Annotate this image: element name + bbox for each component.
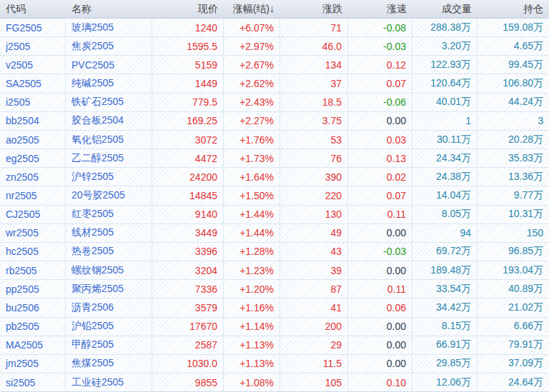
cell-code: i2505 bbox=[0, 94, 66, 111]
cell-price: 24200 bbox=[152, 168, 224, 186]
cell-price: 169.25 bbox=[152, 112, 224, 130]
cell-speed: 0.13 bbox=[348, 149, 412, 167]
cell-vol: 34.42万 bbox=[412, 298, 478, 316]
cell-price: 1449 bbox=[152, 74, 224, 92]
column-header-openinterest[interactable]: 持仓 bbox=[478, 0, 549, 18]
table-row[interactable]: ao2505氧化铝25053072+1.76%530.0330.11万20.28… bbox=[0, 131, 549, 149]
table-row[interactable]: j2505焦炭25051595.5+2.97%46.0-0.033.20万4.6… bbox=[0, 37, 549, 56]
cell-vol: 66.91万 bbox=[412, 336, 478, 354]
column-header-price[interactable]: 现价 bbox=[152, 0, 224, 18]
column-header-code[interactable]: 代码 bbox=[0, 0, 66, 18]
column-header-speed[interactable]: 涨速 bbox=[348, 0, 412, 18]
cell-vol: 94 bbox=[412, 224, 478, 242]
cell-vol: 30.11万 bbox=[412, 131, 478, 149]
cell-code: bu2506 bbox=[0, 298, 66, 316]
cell-speed: 0.00 bbox=[348, 224, 412, 242]
table-row[interactable]: i2505铁矿石2505779.5+2.43%18.5-0.0640.01万44… bbox=[0, 94, 549, 112]
cell-pct: +2.67% bbox=[224, 56, 280, 74]
cell-code: FG2505 bbox=[0, 19, 66, 36]
cell-code: jm2505 bbox=[0, 355, 66, 373]
table-row[interactable]: pb2505沪铅250517670+1.14%2000.008.15万6.66万 bbox=[0, 318, 549, 336]
cell-pct: +6.07% bbox=[224, 19, 280, 36]
table-row[interactable]: SA2505纯碱25051449+2.62%370.07120.64万106.8… bbox=[0, 74, 549, 93]
cell-chg: 49 bbox=[280, 224, 348, 242]
table-row[interactable]: MA2505甲醇25052587+1.13%290.0066.91万79.91万 bbox=[0, 336, 549, 355]
cell-speed: -0.03 bbox=[348, 243, 412, 261]
table-row[interactable]: CJ2505红枣25059140+1.44%1300.118.05万10.31万 bbox=[0, 206, 549, 224]
cell-chg: 76 bbox=[280, 149, 348, 167]
cell-oi: 99.45万 bbox=[478, 56, 549, 74]
cell-price: 3204 bbox=[152, 261, 224, 279]
cell-chg: 130 bbox=[280, 206, 348, 223]
cell-oi: 35.83万 bbox=[478, 149, 549, 167]
cell-speed: 0.07 bbox=[348, 74, 412, 92]
cell-chg: 220 bbox=[280, 186, 348, 204]
cell-name: 玻璃2505 bbox=[66, 19, 152, 36]
cell-speed: 0.10 bbox=[348, 373, 412, 391]
cell-price: 5159 bbox=[152, 56, 224, 74]
cell-speed: 0.07 bbox=[348, 186, 412, 204]
table-row[interactable]: rb2505螺纹钢25053204+1.23%390.00189.48万193.… bbox=[0, 261, 549, 280]
table-row[interactable]: eg2505乙二醇25054472+1.73%760.1324.34万35.83… bbox=[0, 149, 549, 168]
cell-code: nr2505 bbox=[0, 186, 66, 204]
table-row[interactable]: nr250520号胶250514845+1.50%2200.0714.04万9.… bbox=[0, 186, 549, 205]
cell-pct: +1.28% bbox=[224, 243, 280, 261]
cell-name: 红枣2505 bbox=[66, 206, 152, 223]
cell-code: ao2505 bbox=[0, 131, 66, 149]
cell-chg: 11.5 bbox=[280, 355, 348, 373]
table-row[interactable]: bu2506沥青25063579+1.16%410.0634.42万21.02万 bbox=[0, 298, 549, 317]
column-header-volume[interactable]: 成交量 bbox=[412, 0, 478, 18]
cell-oi: 106.80万 bbox=[478, 74, 549, 92]
cell-speed: 0.00 bbox=[348, 355, 412, 373]
cell-oi: 10.31万 bbox=[478, 206, 549, 223]
futures-quote-table: 代码 名称 现价 涨幅(结)↓ 涨跌 涨速 成交量 持仓 FG2505玻璃250… bbox=[0, 0, 549, 392]
cell-code: j2505 bbox=[0, 37, 66, 55]
table-row[interactable]: FG2505玻璃25051240+6.07%71-0.08288.38万159.… bbox=[0, 19, 549, 37]
cell-pct: +1.44% bbox=[224, 224, 280, 242]
table-row[interactable]: wr2505线材25053449+1.44%490.0094150 bbox=[0, 224, 549, 243]
cell-price: 1030.0 bbox=[152, 355, 224, 373]
cell-speed: -0.06 bbox=[348, 94, 412, 111]
table-row[interactable]: zn2505沪锌250524200+1.64%3900.0224.38万13.3… bbox=[0, 168, 549, 186]
cell-speed: 0.00 bbox=[348, 336, 412, 354]
cell-vol: 33.54万 bbox=[412, 280, 478, 298]
cell-price: 3396 bbox=[152, 243, 224, 261]
cell-vol: 24.38万 bbox=[412, 168, 478, 186]
column-header-name[interactable]: 名称 bbox=[66, 0, 152, 18]
cell-vol: 1 bbox=[412, 112, 478, 130]
cell-code: pp2505 bbox=[0, 280, 66, 298]
cell-pct: +1.13% bbox=[224, 336, 280, 354]
table-row[interactable]: jm2505焦煤25051030.0+1.13%11.50.0029.85万37… bbox=[0, 355, 549, 373]
cell-pct: +1.14% bbox=[224, 318, 280, 336]
cell-chg: 46.0 bbox=[280, 37, 348, 55]
cell-name: 铁矿石2505 bbox=[66, 94, 152, 111]
cell-price: 9140 bbox=[152, 206, 224, 223]
cell-pct: +2.27% bbox=[224, 112, 280, 130]
column-header-change[interactable]: 涨跌 bbox=[280, 0, 348, 18]
cell-oi: 21.02万 bbox=[478, 298, 549, 316]
cell-oi: 44.24万 bbox=[478, 94, 549, 111]
table-row[interactable]: bb2504胶合板2504169.25+2.27%3.750.0013 bbox=[0, 112, 549, 131]
cell-name: 焦煤2505 bbox=[66, 355, 152, 373]
cell-price: 3449 bbox=[152, 224, 224, 242]
cell-name: 乙二醇2505 bbox=[66, 149, 152, 167]
cell-oi: 79.91万 bbox=[478, 336, 549, 354]
cell-vol: 24.34万 bbox=[412, 149, 478, 167]
cell-chg: 87 bbox=[280, 280, 348, 298]
cell-code: CJ2505 bbox=[0, 206, 66, 223]
cell-oi: 159.08万 bbox=[478, 19, 549, 36]
table-row[interactable]: hc2505热卷25053396+1.28%43-0.0369.72万96.85… bbox=[0, 243, 549, 261]
column-header-pct-sorted[interactable]: 涨幅(结)↓ bbox=[224, 0, 280, 18]
table-row[interactable]: pp2505聚丙烯25057336+1.20%870.1133.54万40.89… bbox=[0, 280, 549, 298]
cell-pct: +1.64% bbox=[224, 168, 280, 186]
cell-oi: 9.77万 bbox=[478, 186, 549, 204]
table-row[interactable]: si2505工业硅25059855+1.08%1050.1012.06万24.6… bbox=[0, 373, 549, 392]
cell-speed: 0.11 bbox=[348, 280, 412, 298]
cell-speed: 0.12 bbox=[348, 56, 412, 74]
table-row[interactable]: v2505PVC25055159+2.67%1340.12122.93万99.4… bbox=[0, 56, 549, 74]
cell-speed: 0.11 bbox=[348, 206, 412, 223]
cell-name: 工业硅2505 bbox=[66, 373, 152, 391]
cell-price: 3072 bbox=[152, 131, 224, 149]
cell-price: 2587 bbox=[152, 336, 224, 354]
cell-name: 沥青2506 bbox=[66, 298, 152, 316]
